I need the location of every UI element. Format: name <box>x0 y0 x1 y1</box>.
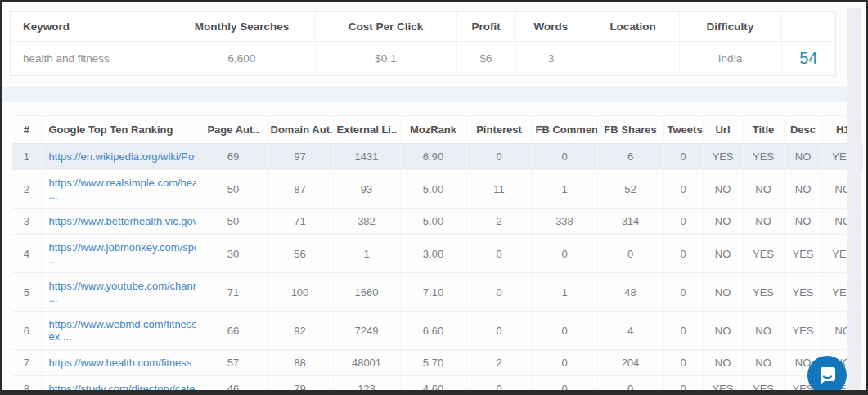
domain-authority-cell: 87 <box>267 170 333 209</box>
url-flag-cell: NO <box>703 235 743 273</box>
fb-shares-cell: 0 <box>597 235 663 273</box>
title-flag-cell: NO <box>743 350 784 376</box>
mozrank-header: MozRank <box>400 116 466 144</box>
mozrank-cell: 6.90 <box>400 144 466 170</box>
url-cell: https://www.health.com/fitness <box>41 350 200 376</box>
cost-per-click-header: Cost Per Click <box>315 12 456 42</box>
pinterest-cell: 0 <box>466 376 532 395</box>
title-flag-cell: NO <box>743 209 784 235</box>
external-links-cell: 93 <box>333 170 400 209</box>
title-header: Title <box>743 116 784 144</box>
pinterest-cell: 0 <box>466 144 532 170</box>
page-authority-cell: 50 <box>200 209 267 235</box>
fb-comment-cell: 0 <box>532 235 597 273</box>
rank-cell: 6 <box>12 312 41 350</box>
pinterest-header: Pinterest <box>466 116 532 144</box>
url-line2: ... <box>49 254 196 266</box>
fb-shares-header: FB Shares <box>597 116 663 144</box>
url-line1: https://en.wikipedia.org/wiki/Po ... <box>49 150 196 163</box>
title-flag-cell: YES <box>743 144 784 170</box>
tweets-cell: 0 <box>663 350 703 376</box>
tweets-header: Tweets <box>663 116 703 144</box>
pinterest-cell: 0 <box>466 312 532 350</box>
page-authority-cell: 69 <box>200 144 267 170</box>
url-cell: https://www.youtube.com/channel/... <box>41 273 200 312</box>
page-authority-cell: 66 <box>200 312 267 350</box>
profit-header: Profit <box>456 12 515 42</box>
url-flag-cell: YES <box>703 376 743 395</box>
fb-comment-cell: 0 <box>532 312 597 350</box>
table-row: 7 https://www.health.com/fitness 57 88 4… <box>12 350 863 376</box>
url-cell: https://www.realsimple.com/healt... <box>41 170 200 209</box>
page-authority-cell: 57 <box>200 350 267 376</box>
result-link[interactable]: https://www.webmd.com/fitness-ex ... <box>49 318 196 343</box>
domain-authority-cell: 97 <box>267 144 333 170</box>
fb-comment-cell: 1 <box>532 170 597 209</box>
url-flag-cell: NO <box>703 273 743 312</box>
desc-flag-cell: NO <box>784 144 822 170</box>
vertical-scrollbar[interactable] <box>847 8 861 390</box>
result-link[interactable]: https://study.com/directory/cate ... <box>49 383 196 395</box>
mozrank-cell: 6.60 <box>400 312 466 350</box>
keyword-data-row: health and fitness 6,600 $0.1 $6 3 India… <box>11 42 835 76</box>
domain-authority-header: Domain Aut.. <box>267 116 333 144</box>
title-flag-cell: YES <box>743 376 784 395</box>
mozrank-cell: 5.70 <box>400 350 466 376</box>
pinterest-cell: 11 <box>466 170 532 209</box>
location-header: Location <box>587 12 679 42</box>
table-row: 4 https://www.jobmonkey.com/sports... 30… <box>12 235 863 273</box>
title-flag-cell: NO <box>743 170 784 209</box>
desc-flag-cell: YES <box>784 273 822 312</box>
result-link[interactable]: https://www.betterhealth.vic.gov ... <box>49 215 196 227</box>
url-cell: https://en.wikipedia.org/wiki/Po ... <box>41 144 200 170</box>
fb-comment-cell: 0 <box>532 376 597 395</box>
tweets-cell: 0 <box>663 235 703 273</box>
mozrank-cell: 3.00 <box>400 235 466 273</box>
url-line1: https://study.com/directory/cate ... <box>49 383 196 395</box>
url-line1: https://www.jobmonkey.com/sports <box>49 241 196 254</box>
tweets-cell: 0 <box>663 312 703 350</box>
result-link[interactable]: https://en.wikipedia.org/wiki/Po ... <box>49 150 196 163</box>
external-links-header: External Li.. <box>333 116 400 144</box>
pinterest-cell: 0 <box>466 273 532 312</box>
location-value <box>587 42 679 76</box>
difficulty-score[interactable]: 54 <box>781 42 835 76</box>
external-links-cell: 1 <box>333 235 400 273</box>
page-authority-cell: 50 <box>200 170 267 209</box>
domain-authority-cell: 56 <box>267 235 333 273</box>
result-link[interactable]: https://www.jobmonkey.com/sports... <box>49 241 196 266</box>
url-line1: https://www.webmd.com/fitness- <box>49 318 196 330</box>
external-links-cell: 7249 <box>333 312 400 350</box>
chat-bubble-icon <box>816 365 838 386</box>
fb-shares-cell: 48 <box>597 273 663 312</box>
monthly-searches-header: Monthly Searches <box>169 12 315 42</box>
result-link[interactable]: https://www.realsimple.com/healt... <box>49 177 196 201</box>
url-line1: https://www.betterhealth.vic.gov ... <box>49 215 196 227</box>
pinterest-cell: 2 <box>466 350 532 376</box>
desc-flag-cell: NO <box>784 209 822 235</box>
external-links-cell: 1431 <box>333 144 400 170</box>
table-row: 2 https://www.realsimple.com/healt... 50… <box>12 170 863 209</box>
chat-widget-button[interactable] <box>807 356 847 395</box>
external-links-cell: 48001 <box>333 350 400 376</box>
score-header <box>781 12 835 42</box>
title-flag-cell: YES <box>743 235 784 273</box>
rank-cell: 2 <box>12 170 41 209</box>
serp-results-table: # Google Top Ten Ranking Page Aut.. Doma… <box>12 115 863 395</box>
words-header: Words <box>515 12 587 42</box>
table-row: 8 https://study.com/directory/cate ... 4… <box>12 376 863 395</box>
result-link[interactable]: https://www.youtube.com/channel/... <box>49 280 196 304</box>
external-links-cell: 1660 <box>333 273 400 312</box>
fb-shares-cell: 204 <box>597 350 663 376</box>
rank-cell: 7 <box>12 350 41 376</box>
difficulty-value: India <box>679 42 781 76</box>
title-flag-cell: NO <box>743 312 784 350</box>
page-authority-cell: 46 <box>200 376 267 395</box>
monthly-searches-value: 6,600 <box>169 42 315 76</box>
url-header: Url <box>703 116 743 144</box>
serp-header-row: # Google Top Ten Ranking Page Aut.. Doma… <box>12 116 863 144</box>
result-link[interactable]: https://www.health.com/fitness <box>49 357 196 369</box>
profit-value: $6 <box>456 42 515 76</box>
domain-authority-cell: 71 <box>267 209 333 235</box>
title-flag-cell: YES <box>743 273 784 312</box>
